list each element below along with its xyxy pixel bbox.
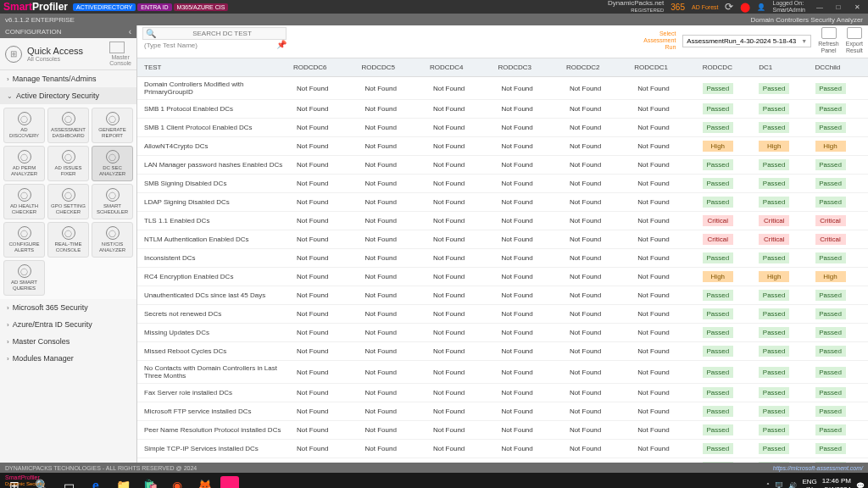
app-icon[interactable]	[220, 476, 239, 488]
tile-ad-issues-fixer[interactable]: ◯AD ISSUES FIXER	[47, 146, 89, 181]
col-dc1[interactable]: DC1	[755, 58, 811, 77]
table-row[interactable]: Unauthenticated DCs since last 45 DaysNo…	[137, 286, 868, 305]
col-rodcdc3[interactable]: RODCDC3	[494, 58, 562, 77]
col-rodcdc2[interactable]: RODCDC2	[563, 58, 631, 77]
table-row[interactable]: Peer Name Resolution Protocol installed …	[137, 421, 868, 440]
menu-m365[interactable]: ›Microsoft 365 Security	[0, 299, 136, 316]
tile-gpo-setting-checker[interactable]: ◯GPO SETTING CHECKER	[47, 184, 89, 219]
chrome-icon[interactable]: ◉	[166, 474, 188, 488]
menu-manage-tenants[interactable]: ›Manage Tenants/Admins	[0, 70, 136, 87]
window-minimize[interactable]: —	[812, 3, 827, 11]
system-tray[interactable]: ˄ 🖥️ 🔊 ENG IN 12:46 PM5/4/2024 💬	[766, 477, 865, 488]
menu-azure[interactable]: ›Azure/Entra ID Security	[0, 316, 136, 333]
col-rodcdc4[interactable]: RODCDC4	[426, 58, 494, 77]
menu-ad-security[interactable]: ⌄Active Directory Security	[0, 87, 136, 104]
run-select[interactable]: AssessmentRun_4-30-2024 5-18-43 ▼	[682, 35, 811, 47]
result-cell: Passed	[755, 100, 811, 119]
col-dcchild[interactable]: DCChild	[812, 58, 868, 77]
user-icon[interactable]: 👤	[757, 3, 765, 11]
result-cell: Not Found	[426, 100, 494, 119]
footer-link[interactable]: https://microsoft-assessment.com/	[773, 465, 863, 471]
export-result-btn[interactable]: Export Result	[846, 27, 863, 54]
store-icon[interactable]: 🛍️	[139, 474, 161, 488]
table-row[interactable]: TLS 1.1 Enabled DCsNot FoundNot FoundNot…	[137, 212, 868, 230]
tile-ad-perm-analyzer[interactable]: ◯AD PERM ANALYZER	[3, 146, 45, 181]
table-row[interactable]: Missed Reboot Cycles DCsNot FoundNot Fou…	[137, 342, 868, 361]
tile-dc-sec-analyzer[interactable]: ◯DC SEC ANALYZER	[92, 146, 133, 181]
tile-smart-scheduler[interactable]: ◯SMART SCHEDULER	[92, 184, 133, 219]
table-row[interactable]: LAN Manager password hashes Enabled DCsN…	[137, 156, 868, 175]
result-cell: Not Found	[631, 458, 698, 463]
test-name: Simple TCP-IP Services installed DCs	[137, 440, 290, 458]
quick-access-label: Quick Access	[27, 46, 104, 56]
tile-icon: ◯	[106, 226, 120, 240]
task-view-icon[interactable]: ▭	[58, 474, 80, 488]
result-cell: Not Found	[631, 77, 698, 100]
table-row[interactable]: No Contacts with Domain Controllers in L…	[137, 361, 868, 384]
tray-sound-icon[interactable]: 🔊	[788, 482, 797, 489]
language-indicator[interactable]: ENG IN	[802, 478, 816, 488]
table-row[interactable]: Secrets not renewed DCsNot FoundNot Foun…	[137, 305, 868, 324]
menu-modules[interactable]: ›Modules Manager	[0, 350, 136, 367]
tile-ad-discovery[interactable]: ◯AD DISCOVERY	[3, 108, 45, 143]
tile-icon: ◯	[18, 264, 31, 278]
tile-configure-alerts[interactable]: ◯CONFIGURE ALERTS	[3, 222, 45, 258]
table-row[interactable]: Inconsistent DCsNot FoundNot FoundNot Fo…	[137, 249, 868, 268]
table-row[interactable]: SMB Signing Disabled DCsNot FoundNot Fou…	[137, 175, 868, 193]
col-rodcdc[interactable]: RODCDC	[699, 58, 755, 77]
result-cell: Passed	[812, 421, 868, 440]
refresh-icon[interactable]: ⟳	[725, 1, 733, 13]
toggle-icon[interactable]: ⬤	[740, 2, 750, 13]
table-row[interactable]: NTLM Authentication Enabled DCsNot Found…	[137, 230, 868, 249]
edge-icon[interactable]: e	[85, 474, 107, 488]
col-test[interactable]: TEST	[137, 58, 290, 77]
tile-ad-smart-queries[interactable]: ◯AD SMART QUERIES	[3, 260, 45, 296]
refresh-panel-btn[interactable]: Refresh Panel	[818, 27, 839, 54]
collapse-icon[interactable]: ‹	[129, 27, 131, 36]
tray-network-icon[interactable]: 🖥️	[775, 482, 783, 489]
master-console-btn[interactable]: Master Console	[109, 42, 131, 66]
table-row[interactable]: Domain Controllers Modified with Primary…	[137, 77, 868, 100]
tile-assessment-dashboard[interactable]: ◯ASSESSMENT DASHBOARD	[47, 108, 89, 143]
table-row[interactable]: AllowNT4Crypto DCsNot FoundNot FoundNot …	[137, 137, 868, 156]
table-row[interactable]: Fax Server role installed DCsNot FoundNo…	[137, 384, 868, 402]
result-cell: Not Found	[290, 324, 358, 342]
result-cell: Not Found	[494, 458, 562, 463]
table-wrap[interactable]: TESTRODCDC6RODCDC5RODCDC4RODCDC3RODCDC2R…	[137, 58, 868, 463]
menu-master-consoles[interactable]: ›Master Consoles	[0, 333, 136, 350]
tile-icon: ◯	[106, 188, 120, 202]
toolbar: 🔍 (Type Test Name) Select Assessment Run…	[137, 25, 868, 56]
table-row[interactable]: LDAP Signing Disabled DCsNot FoundNot Fo…	[137, 193, 868, 212]
result-cell: Not Found	[494, 212, 562, 230]
window-maximize[interactable]: □	[831, 3, 846, 11]
notifications-icon[interactable]: 💬	[856, 482, 865, 489]
table-row[interactable]: RC4 Encryption Enabled DCsNot FoundNot F…	[137, 268, 868, 286]
result-cell: Passed	[755, 286, 811, 305]
pin-icon[interactable]: 📌	[276, 40, 287, 49]
result-cell: Not Found	[358, 156, 426, 175]
result-cell: Not Found	[631, 286, 698, 305]
table-row[interactable]: Simple TCP-IP Services installed DCsNot …	[137, 440, 868, 458]
tile-nist/cis-analyzer[interactable]: ◯NIST/CIS ANALYZER	[92, 222, 133, 258]
search-icon[interactable]: 🔍	[143, 29, 159, 38]
col-rodcdc5[interactable]: RODCDC5	[358, 58, 426, 77]
search-input[interactable]	[159, 28, 286, 39]
firefox-icon[interactable]: 🦊	[193, 474, 215, 488]
result-cell: Passed	[699, 249, 755, 268]
col-rodcdc1[interactable]: RODCDC1	[631, 58, 698, 77]
table-row[interactable]: Missing Updates DCsNot FoundNot FoundNot…	[137, 324, 868, 342]
quick-access-row[interactable]: ⊞ Quick AccessAll Consoles Master Consol…	[0, 38, 136, 70]
explorer-icon[interactable]: 📁	[112, 474, 134, 488]
table-row[interactable]: SMB 1 Client Protocol Enabled DCsNot Fou…	[137, 119, 868, 137]
tray-chevron-icon[interactable]: ˄	[766, 482, 770, 489]
clock[interactable]: 12:46 PM5/4/2024	[822, 477, 851, 488]
table-row[interactable]: SMB 1 Protocol Enabled DCsNot FoundNot F…	[137, 100, 868, 119]
window-close[interactable]: ✕	[849, 3, 865, 11]
table-row[interactable]: Microsoft FTP service installed DCsNot F…	[137, 402, 868, 421]
tile-generate-report[interactable]: ◯GENERATE REPORT	[92, 108, 133, 143]
tile-real-time-console[interactable]: ◯REAL-TIME CONSOLE	[47, 222, 89, 258]
table-row[interactable]: Telnet Client installed DCsNot FoundNot …	[137, 458, 868, 463]
result-cell: High	[812, 137, 868, 156]
tile-ad-health-checker[interactable]: ◯AD HEALTH CHECKER	[3, 184, 45, 219]
col-rodcdc6[interactable]: RODCDC6	[290, 58, 358, 77]
